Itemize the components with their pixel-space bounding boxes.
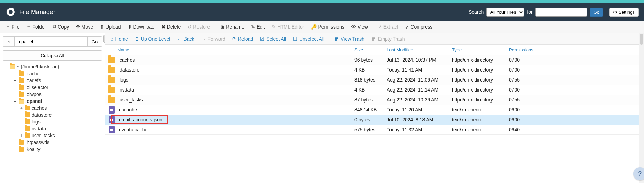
compress-button[interactable]: ↙Compress — [402, 23, 436, 31]
cell-modified: Today, 11:32 AM — [387, 127, 452, 132]
unselect-all-button[interactable]: ☐Unselect All — [290, 35, 328, 43]
search-go-button[interactable]: Go — [590, 8, 603, 17]
view-button[interactable]: 👁View — [348, 23, 371, 31]
folder-closed-icon — [19, 147, 24, 152]
settings-button[interactable]: ⚙ Settings — [609, 8, 639, 17]
view-trash-button[interactable]: 🗑View Trash — [331, 35, 368, 43]
tree-item-htpasswds[interactable]: +.htpasswds — [3, 139, 102, 146]
collapse-sign[interactable]: - — [13, 98, 17, 104]
toolbar-separator — [373, 23, 373, 31]
vertical-scrollbar[interactable]: ? — [639, 33, 644, 183]
cell-type: httpd/unix-directory — [452, 57, 509, 63]
search-input[interactable] — [535, 8, 587, 17]
file-row[interactable]: user_tasks87 bytesAug 22, 2024, 10:36 AM… — [105, 95, 644, 105]
cell-name: nvdata.cache — [105, 126, 354, 133]
edit-button[interactable]: ✎Edit — [248, 23, 268, 31]
reload-button[interactable]: ⟳Reload — [229, 35, 257, 43]
cell-permissions: 0700 — [509, 57, 540, 63]
tree-item-clwpos[interactable]: +.clwpos — [3, 91, 102, 98]
expand-sign[interactable]: + — [19, 105, 23, 111]
tree-item-cache[interactable]: +.cache — [3, 70, 102, 77]
col-type[interactable]: Type — [452, 47, 509, 52]
content-toolbar: ⌂Home ↥Up One Level ←Back →Forward ⟳Relo… — [105, 33, 644, 45]
tree-label: .clwpos — [25, 92, 42, 97]
cell-type: httpd/unix-directory — [452, 87, 509, 93]
collapse-all-button[interactable]: Collapse All — [3, 50, 102, 61]
tree-label: .koality — [25, 147, 41, 152]
file-row[interactable]: email_accounts.json0 bytesJul 10, 2024, … — [105, 115, 644, 125]
col-permissions[interactable]: Permissions — [509, 47, 540, 52]
trash-icon: 🗑 — [334, 36, 339, 42]
cell-permissions: 0640 — [509, 127, 540, 132]
tree-item-cpanel[interactable]: -.cpanel — [3, 98, 102, 105]
settings-label: Settings — [619, 10, 635, 15]
download-button[interactable]: ⬇Download — [124, 23, 158, 31]
tree-item-clselector[interactable]: +.cl.selector — [3, 84, 102, 91]
for-label: for — [527, 9, 532, 15]
file-row[interactable]: datastore4 KBToday, 11:41 AMhttpd/unix-d… — [105, 65, 644, 75]
cell-name: ducache — [105, 106, 354, 114]
tree-item-caches[interactable]: +caches — [3, 105, 102, 111]
cell-modified: Today, 11:41 AM — [387, 67, 452, 73]
folder-icon — [108, 87, 115, 93]
delete-icon: ✖ — [161, 24, 166, 30]
move-button[interactable]: ✥Move — [72, 23, 97, 31]
edit-icon: ✎ — [251, 24, 255, 30]
search-scope-select[interactable]: All Your Files — [486, 8, 524, 17]
tree-item-cagefs[interactable]: +.cagefs — [3, 77, 102, 84]
home-button[interactable]: ⌂ — [3, 36, 14, 47]
upload-button[interactable]: ⬆Upload — [97, 23, 124, 31]
cell-size: 0 bytes — [354, 117, 387, 122]
file-icon — [109, 106, 115, 114]
file-row[interactable]: ducache848.14 KBToday, 11:20 AMtext/x-ge… — [105, 105, 644, 115]
file-row[interactable]: logs318 bytesAug 22, 2024, 11:06 AMhttpd… — [105, 75, 644, 85]
sidebar: ⌂ Go Collapse All − ⌂ (/home/bknskhan) +… — [0, 33, 105, 183]
cell-type: httpd/unix-directory — [452, 67, 509, 73]
header: File Manager Search All Your Files for G… — [0, 3, 644, 21]
permissions-button[interactable]: 🔑Permissions — [307, 23, 348, 31]
collapse-sign[interactable]: − — [4, 64, 8, 69]
back-button[interactable]: ←Back — [173, 35, 197, 43]
tree-item-nvdata[interactable]: +nvdata — [3, 125, 102, 132]
col-size[interactable]: Size — [354, 47, 387, 52]
reload-icon: ⟳ — [232, 36, 236, 42]
cell-name: caches — [105, 57, 354, 63]
folder-closed-icon — [19, 92, 24, 97]
rename-button[interactable]: 🗎Rename — [216, 23, 248, 31]
file-name: logs — [120, 77, 128, 83]
col-name[interactable]: Name — [105, 47, 354, 52]
up-one-level-button[interactable]: ↥Up One Level — [132, 35, 174, 43]
expand-sign[interactable]: + — [13, 78, 17, 83]
path-go-button[interactable]: Go — [88, 36, 102, 47]
up-icon: ↥ — [135, 36, 139, 42]
select-all-button[interactable]: ☑Select All — [257, 35, 290, 43]
copy-button[interactable]: ⧉Copy — [49, 22, 72, 31]
html-editor-icon: ✎ — [272, 24, 276, 30]
nav-home-button[interactable]: ⌂Home — [107, 35, 132, 43]
path-input[interactable] — [14, 36, 88, 47]
cell-modified: Jul 13, 2024, 10:37 PM — [387, 57, 452, 63]
cell-permissions: 0600 — [509, 117, 540, 122]
folder-open-icon — [19, 99, 24, 104]
folder-button[interactable]: ＋Folder — [23, 22, 50, 31]
cell-name: user_tasks — [105, 97, 354, 103]
tree-label: datastore — [32, 112, 52, 118]
file-button[interactable]: ＋File — [2, 22, 23, 31]
file-name: nvdata.cache — [119, 127, 147, 132]
expand-sign[interactable]: + — [19, 133, 23, 138]
help-button[interactable]: ? — [633, 167, 644, 180]
scrollbar-thumb[interactable] — [640, 34, 643, 45]
tree-item-koality[interactable]: +.koality — [3, 146, 102, 153]
tree-item-logs[interactable]: +logs — [3, 118, 102, 125]
file-row[interactable]: nvdata.cache575 bytesToday, 11:32 AMtext… — [105, 125, 644, 135]
expand-sign[interactable]: + — [13, 71, 17, 76]
col-modified[interactable]: Last Modified — [387, 47, 452, 52]
back-icon: ← — [177, 36, 182, 42]
tree-root[interactable]: − ⌂ (/home/bknskhan) — [3, 63, 102, 70]
tree-item-user_tasks[interactable]: +user_tasks — [3, 132, 102, 139]
file-row[interactable]: caches96 bytesJul 13, 2024, 10:37 PMhttp… — [105, 55, 644, 65]
tree-item-datastore[interactable]: +datastore — [3, 111, 102, 118]
file-row[interactable]: nvdata4 KBAug 22, 2024, 11:14 AMhttpd/un… — [105, 85, 644, 95]
folder-icon — [108, 97, 115, 103]
delete-button[interactable]: ✖Delete — [158, 23, 184, 31]
